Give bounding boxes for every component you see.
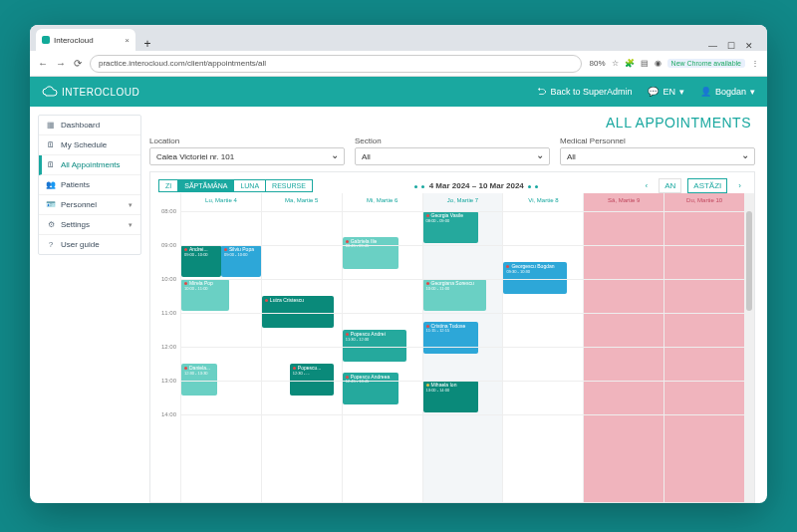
today-button[interactable]: ASTĂZI (687, 178, 727, 193)
day-header[interactable]: Jo, Martie 7 (423, 193, 503, 211)
id-icon: 🪪 (47, 201, 55, 209)
hour-label: 13:00 (150, 378, 180, 384)
new-tab-button[interactable]: + (139, 37, 155, 51)
tab-title: Interocloud (54, 36, 94, 45)
app-logo[interactable]: INTEROCLOUD (42, 86, 139, 98)
day-header[interactable]: Ma, Martie 5 (262, 193, 342, 211)
address-bar[interactable]: practice.interocloud.com/client/appointm… (90, 55, 582, 73)
day-header[interactable]: Vi, Martie 8 (503, 193, 583, 211)
close-tab-icon[interactable]: × (125, 36, 130, 45)
chevron-down-icon: ▾ (129, 221, 133, 229)
favicon (42, 36, 50, 44)
filter-personnel-select[interactable]: All (560, 147, 755, 165)
chrome-update-chip[interactable]: New Chrome available (667, 59, 745, 68)
view-day-button[interactable]: ZI (158, 179, 178, 192)
back-to-superadmin-link[interactable]: ⮌ Back to SuperAdmin (537, 87, 632, 97)
sidebar-item-personnel[interactable]: 🪪Personnel▾ (39, 195, 140, 215)
filter-row: Location Calea Victoriei nr. 101 Section… (149, 136, 755, 165)
main-content: ALL APPOINTMENTS Location Calea Victorie… (149, 107, 767, 503)
filter-location-label: Location (149, 136, 345, 145)
sidebar-item-my-schedule[interactable]: 🗓My Schedule (39, 135, 140, 155)
app-body: ▦Dashboard 🗓My Schedule 🗓All Appointment… (30, 107, 767, 503)
prev-period-button[interactable]: ‹ (641, 179, 654, 192)
scrollbar[interactable] (744, 193, 754, 502)
view-switch: ZI SĂPTĂMÂNA LUNA RESURSE (158, 179, 313, 192)
people-icon: 👥 (47, 181, 55, 189)
chat-icon: 💬 (648, 87, 659, 97)
calendar-toolbar: ZI SĂPTĂMÂNA LUNA RESURSE 4 Mar 2024 – 1… (150, 178, 754, 193)
app-header: INTEROCLOUD ⮌ Back to SuperAdmin 💬 EN ▾ … (30, 77, 767, 107)
app: INTEROCLOUD ⮌ Back to SuperAdmin 💬 EN ▾ … (30, 77, 767, 503)
browser-window: Interocloud × + — ☐ ✕ ← → ⟳ practice.int… (30, 25, 767, 503)
hour-lines-layer (180, 211, 744, 502)
sidebar-item-settings[interactable]: ⚙Settings▾ (39, 215, 140, 235)
help-icon: ? (47, 241, 55, 249)
url-text: practice.interocloud.com/client/appointm… (99, 59, 266, 68)
bookmark-star-icon[interactable]: ☆ (612, 59, 619, 68)
view-week-button[interactable]: SĂPTĂMÂNA (178, 179, 234, 192)
extensions-icon[interactable]: 🧩 (625, 59, 635, 68)
maximize-icon[interactable]: ☐ (727, 41, 735, 51)
calendar-icon: 🗓 (47, 141, 55, 149)
browser-tab-strip: Interocloud × + — ☐ ✕ (30, 25, 767, 51)
day-header[interactable]: Mi, Martie 6 (343, 193, 422, 211)
day-header[interactable]: Du, Martie 10 (664, 193, 744, 211)
zoom-level[interactable]: 80% (590, 59, 606, 68)
reading-list-icon[interactable]: ▤ (641, 59, 649, 68)
calendar-card: ZI SĂPTĂMÂNA LUNA RESURSE 4 Mar 2024 – 1… (149, 171, 755, 503)
sidebar-item-user-guide[interactable]: ?User guide (39, 235, 140, 254)
chevron-down-icon: ▾ (679, 87, 684, 97)
chevron-down-icon: ▾ (129, 201, 133, 209)
hour-label: 08:00 (150, 208, 180, 214)
next-period-button[interactable]: › (733, 179, 746, 192)
sidebar-item-dashboard[interactable]: ▦Dashboard (39, 116, 140, 135)
filter-section-select[interactable]: All (355, 147, 550, 165)
view-resources-button[interactable]: RESURSE (266, 179, 313, 192)
hour-label: 14:00 (150, 411, 180, 417)
view-month-button[interactable]: LUNA (234, 179, 266, 192)
language-select[interactable]: 💬 EN ▾ (648, 87, 684, 97)
profile-avatar-icon[interactable]: ◉ (655, 59, 662, 68)
cloud-icon (42, 86, 58, 98)
day-header[interactable]: Sâ, Martie 9 (584, 193, 664, 211)
close-window-icon[interactable]: ✕ (745, 41, 753, 51)
hour-label: 10:00 (150, 276, 180, 282)
sidebar-item-patients[interactable]: 👥Patients (39, 175, 140, 195)
window-controls: — ☐ ✕ (708, 41, 761, 51)
hour-label: 12:00 (150, 344, 180, 350)
hour-label: 09:00 (150, 242, 180, 248)
calendar-body: Lu, Martie 4Andrei...09:00 - 10:00Silviu… (150, 193, 754, 502)
back-arrow-icon: ⮌ (537, 87, 546, 97)
scrollbar-thumb[interactable] (746, 211, 752, 311)
forward-icon[interactable]: → (56, 58, 66, 69)
filter-personnel-label: Medical Personnel (560, 136, 755, 145)
browser-menu-icon[interactable]: ⋮ (751, 59, 759, 68)
calendar-all-icon: 🗓 (47, 161, 55, 169)
grid-icon: ▦ (47, 122, 55, 130)
gear-icon: ⚙ (47, 221, 55, 229)
user-menu[interactable]: 👤 Bogdan ▾ (700, 87, 755, 97)
user-icon: 👤 (700, 87, 711, 97)
browser-toolbar: ← → ⟳ practice.interocloud.com/client/ap… (30, 51, 767, 77)
brand-text: INTEROCLOUD (62, 87, 139, 98)
reload-icon[interactable]: ⟳ (74, 58, 82, 69)
hour-label: 11:00 (150, 310, 180, 316)
page-title: ALL APPOINTMENTS (149, 115, 751, 131)
chevron-down-icon: ▾ (750, 87, 755, 97)
sidebar-item-all-appointments[interactable]: 🗓All Appointments (39, 155, 140, 175)
browser-tab[interactable]: Interocloud × (36, 29, 135, 51)
sidebar: ▦Dashboard 🗓My Schedule 🗓All Appointment… (30, 107, 149, 503)
minimize-icon[interactable]: — (708, 41, 717, 51)
calendar-range: 4 Mar 2024 – 10 Mar 2024 (319, 181, 635, 190)
filter-section-label: Section (355, 136, 550, 145)
filter-location-select[interactable]: Calea Victoriei nr. 101 (149, 147, 345, 165)
back-icon[interactable]: ← (38, 58, 48, 69)
year-button[interactable]: AN (659, 178, 681, 193)
day-header[interactable]: Lu, Martie 4 (181, 193, 261, 211)
